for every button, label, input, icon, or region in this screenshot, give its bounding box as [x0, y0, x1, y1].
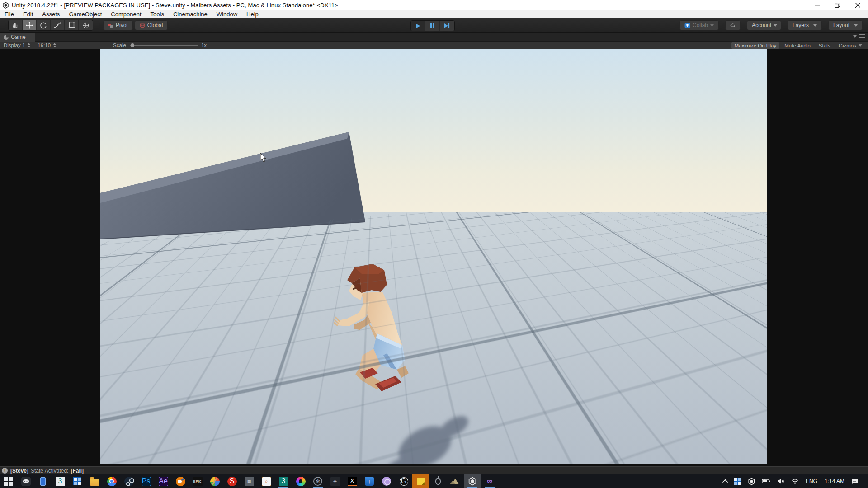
restore-button[interactable] [827, 0, 848, 10]
taskbar-fan-app[interactable]: ✻ [309, 474, 326, 488]
mute-audio-toggle[interactable]: Mute Audio [781, 42, 814, 49]
chevron-up-icon [722, 479, 728, 485]
tray-battery[interactable] [759, 474, 774, 488]
taskbar-g-audio-app[interactable]: G [395, 474, 412, 488]
taskbar-3dsmax-running[interactable]: 3 [275, 474, 292, 488]
close-button[interactable] [848, 0, 868, 10]
taskbar-chrome[interactable] [103, 474, 120, 488]
taskbar-pixel-app[interactable] [69, 474, 86, 488]
character-steve [334, 258, 415, 394]
console-status-bar[interactable]: ! [Steve] State Activated: [Fall] [0, 466, 868, 474]
taskbar-your-phone[interactable] [34, 474, 52, 488]
taskbar-document-app[interactable]: ⌕ [258, 474, 275, 488]
gizmos-dropdown[interactable]: Gizmos [835, 42, 865, 49]
stats-toggle[interactable]: Stats [816, 42, 834, 49]
tray-language[interactable]: ENG [802, 478, 821, 484]
menu-help[interactable]: Help [242, 11, 263, 18]
taskbar-download-manager[interactable]: ↓ [361, 474, 378, 488]
purple-circle-icon [382, 477, 391, 486]
cloud-icon [730, 23, 736, 28]
step-button[interactable] [440, 21, 454, 31]
minimize-button[interactable] [807, 0, 827, 10]
visual-studio-icon: ∞ [485, 476, 495, 486]
scale-label: Scale [113, 42, 126, 48]
taskbar-sticky-notes-attention[interactable] [412, 474, 429, 488]
taskbar-blender[interactable] [172, 474, 189, 488]
layers-dropdown[interactable]: Layers [788, 20, 822, 30]
tray-action-center[interactable] [848, 474, 862, 488]
taskbar-epic-games[interactable]: EPIC [189, 474, 206, 488]
taskbar-steam[interactable] [120, 474, 137, 488]
speaker-icon [777, 478, 785, 484]
taskbar-shuriken-app[interactable]: ✦ [326, 474, 344, 488]
menu-component[interactable]: Component [106, 11, 146, 18]
menu-edit[interactable]: Edit [19, 11, 38, 18]
blue-pixel-app-icon [734, 478, 741, 485]
tray-unity[interactable] [745, 474, 759, 488]
taskbar-photoshop[interactable]: Ps [137, 474, 155, 488]
menu-cinemachine[interactable]: Cinemachine [169, 11, 212, 18]
steam-icon [124, 477, 134, 486]
menu-bar: File Edit Assets GameObject Component To… [0, 10, 868, 18]
scale-slider[interactable] [130, 43, 198, 47]
layout-dropdown[interactable]: Layout [828, 20, 863, 30]
play-button[interactable] [411, 21, 425, 31]
taskbar-mountain-game[interactable] [447, 474, 464, 488]
transform-tool-button[interactable] [79, 20, 93, 30]
scale-tool-button[interactable] [51, 20, 65, 30]
aspect-ratio-dropdown[interactable]: 16:10 [34, 42, 60, 48]
rect-tool-button[interactable] [65, 20, 79, 30]
chevron-down-icon [859, 44, 862, 47]
game-view-tab[interactable]: Game [0, 33, 35, 42]
taskbar-visual-studio[interactable]: ∞ [481, 474, 498, 488]
menu-file[interactable]: File [0, 11, 19, 18]
menu-gameobject[interactable]: GameObject [64, 11, 106, 18]
tray-volume[interactable] [774, 474, 788, 488]
pivot-toggle-button[interactable]: Pivot [103, 20, 133, 30]
step-icon [444, 23, 450, 28]
taskbar-red-s-app[interactable]: S [223, 474, 241, 488]
pause-button[interactable] [425, 21, 440, 31]
blue-pixel-app-icon [73, 477, 81, 485]
taskbar-aftereffects[interactable]: Ae [155, 474, 172, 488]
g-app-icon: G [400, 477, 408, 486]
menu-tools[interactable]: Tools [146, 11, 169, 18]
system-tray: ENG 1:14 AM [721, 474, 868, 488]
menu-assets[interactable]: Assets [38, 11, 64, 18]
info-icon: ! [2, 468, 8, 474]
taskbar-3dsmax[interactable]: 3 [52, 474, 69, 488]
menu-window[interactable]: Window [212, 11, 242, 18]
tray-chevron-up[interactable] [721, 474, 731, 488]
taskbar-file-explorer[interactable] [86, 474, 103, 488]
taskbar-torrent-app[interactable] [378, 474, 395, 488]
tab-options-dropdown-icon[interactable] [853, 35, 857, 38]
taskbar-calculator[interactable]: ▦ [241, 474, 258, 488]
collab-dropdown[interactable]: Collab [679, 20, 719, 30]
tab-menu-icon[interactable] [859, 34, 865, 38]
cloud-services-button[interactable] [725, 20, 741, 30]
phone-icon [40, 477, 46, 486]
taskbar-paint-app[interactable] [206, 474, 223, 488]
rotate-tool-button[interactable] [37, 20, 51, 30]
start-button[interactable] [0, 474, 17, 488]
tray-wifi[interactable] [788, 474, 802, 488]
account-dropdown[interactable]: Account [747, 20, 781, 30]
photoshop-icon: Ps [142, 477, 151, 486]
taskbar-unity-active[interactable] [464, 474, 481, 488]
tray-clock[interactable]: 1:14 AM [821, 478, 848, 484]
maximize-on-play-toggle[interactable]: Maximize On Play [731, 42, 780, 49]
scale-slider-knob[interactable] [131, 43, 134, 47]
tray-pixel-app[interactable] [731, 474, 745, 488]
global-toggle-button[interactable]: Global [135, 20, 168, 30]
hand-tool-button[interactable] [9, 20, 23, 30]
display-dropdown[interactable]: Display 1 [0, 42, 34, 48]
fan-icon: ✻ [313, 477, 322, 486]
taskbar-discord[interactable] [17, 474, 34, 488]
taskbar-color-wheel-app[interactable] [292, 474, 309, 488]
game-viewport[interactable]: Unity△ Unity△ Unity△ Unity△ [100, 49, 767, 464]
taskbar-x-app[interactable]: X [344, 474, 361, 488]
epic-games-icon: EPIC [193, 477, 203, 486]
move-tool-button[interactable] [23, 20, 37, 30]
taskbar-pendant-app[interactable] [429, 474, 447, 488]
sticky-note-icon [417, 478, 425, 485]
